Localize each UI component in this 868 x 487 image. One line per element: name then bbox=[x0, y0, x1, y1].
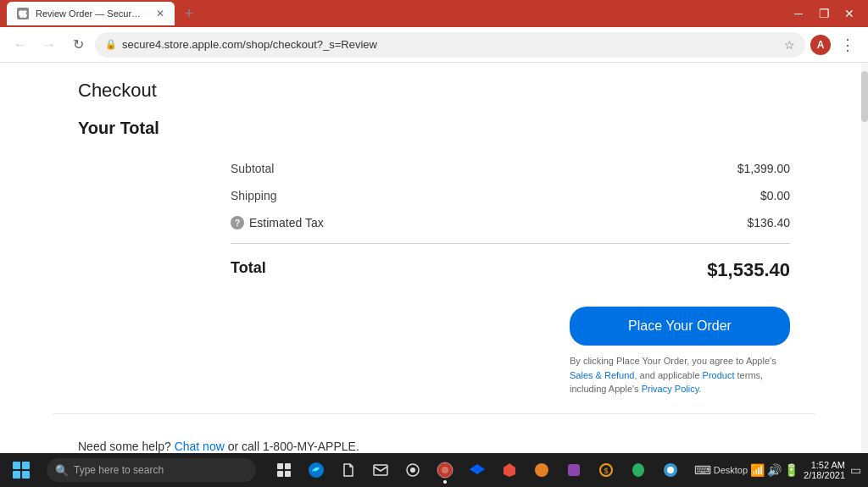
taskbar-app8-button[interactable]: $ bbox=[591, 455, 621, 485]
forward-button[interactable]: → bbox=[37, 33, 61, 57]
scrollbar-thumb[interactable] bbox=[861, 71, 868, 122]
edge-icon bbox=[308, 462, 325, 479]
tab-favicon bbox=[17, 8, 29, 19]
taskbar-right: ⌨ Desktop 📶 🔊 🔋 1:52 AM 2/18/2021 ▭ bbox=[694, 460, 868, 480]
subtotal-amount: $1,399.00 bbox=[737, 162, 790, 175]
refresh-button[interactable]: ↻ bbox=[66, 33, 90, 57]
taskbar-dropbox-button[interactable] bbox=[462, 455, 492, 485]
win-quad-4 bbox=[22, 471, 30, 479]
dropbox-icon bbox=[470, 462, 485, 478]
order-summary: Subtotal $1,399.00 Shipping $0.00 ? Esti… bbox=[231, 155, 790, 396]
svg-point-11 bbox=[535, 463, 548, 477]
taskbar-search-placeholder: Type here to search bbox=[74, 464, 164, 476]
svg-rect-0 bbox=[277, 463, 283, 469]
browser-menu-button[interactable]: ⋮ bbox=[836, 33, 860, 57]
taskbar-search-icon: 🔍 bbox=[55, 464, 69, 477]
scrollbar[interactable] bbox=[861, 63, 868, 487]
system-clock[interactable]: 1:52 AM 2/18/2021 bbox=[804, 460, 845, 480]
title-bar-left: Review Order — Secure Checko... ✕ + bbox=[7, 2, 787, 25]
taskbar-app10-button[interactable] bbox=[655, 455, 686, 485]
browser-icon bbox=[437, 462, 453, 479]
desktop-label: Desktop bbox=[714, 465, 748, 475]
product-link[interactable]: Product bbox=[703, 370, 735, 380]
active-indicator bbox=[443, 480, 447, 484]
svg-text:$: $ bbox=[604, 467, 608, 475]
tray-keyboard-icon[interactable]: ⌨ bbox=[694, 463, 711, 477]
taskbar-multitask-button[interactable] bbox=[269, 455, 299, 485]
win-quad-2 bbox=[22, 462, 30, 469]
win-quad-1 bbox=[13, 462, 20, 469]
nav-bar: ← → ↻ 🔒 secure4.store.apple.com/shop/che… bbox=[0, 27, 868, 63]
taskbar-browser-button[interactable] bbox=[430, 455, 460, 485]
legal-text-end: . bbox=[698, 384, 701, 394]
shipping-amount: $0.00 bbox=[760, 189, 790, 202]
estimated-tax-amount: $136.40 bbox=[747, 216, 790, 230]
taskbar-mail-button[interactable] bbox=[365, 455, 396, 485]
show-desktop-button[interactable]: ▭ bbox=[850, 463, 861, 477]
app10-icon bbox=[663, 462, 678, 478]
shipping-label: Shipping bbox=[231, 189, 277, 202]
taskbar-app5-button[interactable] bbox=[494, 455, 525, 485]
tray-battery-icon[interactable]: 🔋 bbox=[784, 463, 798, 477]
total-row: Total $1,535.40 bbox=[231, 251, 790, 290]
close-button[interactable]: ✕ bbox=[837, 2, 861, 25]
info-icon[interactable]: ? bbox=[231, 216, 244, 230]
taskbar-edge-button[interactable] bbox=[301, 455, 331, 485]
taskbar-app9-button[interactable] bbox=[623, 455, 654, 485]
clock-date: 2/18/2021 bbox=[804, 470, 845, 480]
address-bar[interactable]: 🔒 secure4.store.apple.com/shop/checkout?… bbox=[95, 32, 805, 58]
tab-close-button[interactable]: ✕ bbox=[156, 8, 164, 19]
tray-wifi-icon[interactable]: 📶 bbox=[750, 463, 765, 477]
mail-icon bbox=[373, 462, 388, 478]
taskbar-app6-button[interactable] bbox=[526, 455, 557, 485]
app6-icon bbox=[534, 462, 549, 478]
taskbar-file-button[interactable] bbox=[333, 455, 364, 485]
maximize-button[interactable]: ❐ bbox=[812, 2, 836, 25]
taskbar: 🔍 Type here to search bbox=[0, 453, 868, 487]
start-button[interactable] bbox=[0, 453, 42, 487]
taskbar-center: $ bbox=[269, 455, 686, 485]
window-controls: ─ ❐ ✕ bbox=[787, 2, 861, 25]
subtotal-row: Subtotal $1,399.00 bbox=[231, 155, 790, 182]
windows-icon bbox=[13, 462, 30, 479]
svg-rect-12 bbox=[568, 464, 580, 476]
shipping-row: Shipping $0.00 bbox=[231, 182, 790, 209]
legal-text: By clicking Place Your Order, you agree … bbox=[570, 354, 790, 396]
app5-icon bbox=[502, 462, 517, 478]
privacy-policy-link[interactable]: Privacy Policy bbox=[642, 384, 699, 394]
svg-rect-1 bbox=[285, 463, 291, 469]
svg-marker-10 bbox=[504, 463, 515, 477]
total-label: Total bbox=[231, 259, 266, 281]
multitask-icon bbox=[276, 462, 292, 478]
divider bbox=[231, 243, 790, 244]
place-order-button[interactable]: Place Your Order bbox=[570, 307, 790, 346]
chat-now-link[interactable]: Chat now bbox=[175, 440, 225, 453]
checkout-container: Checkout Your Total Subtotal $1,399.00 S… bbox=[53, 63, 815, 413]
svg-rect-5 bbox=[374, 465, 387, 475]
photos-icon bbox=[405, 462, 420, 478]
sales-refund-link[interactable]: Sales & Refund bbox=[570, 370, 634, 380]
file-icon bbox=[341, 462, 356, 478]
bookmark-icon[interactable]: ☆ bbox=[784, 38, 795, 52]
system-tray: ⌨ Desktop 📶 🔊 🔋 bbox=[694, 463, 798, 477]
minimize-button[interactable]: ─ bbox=[787, 2, 810, 25]
checkout-title: Checkout bbox=[78, 80, 790, 102]
page-content-wrapper: Checkout Your Total Subtotal $1,399.00 S… bbox=[0, 63, 868, 487]
taskbar-app7-button[interactable] bbox=[559, 455, 589, 485]
svg-point-7 bbox=[410, 468, 415, 473]
tray-sound-icon[interactable]: 🔊 bbox=[767, 463, 782, 477]
lock-icon: 🔒 bbox=[105, 39, 117, 50]
app7-icon bbox=[566, 462, 581, 478]
taskbar-photos-button[interactable] bbox=[398, 455, 428, 485]
browser-chrome: Review Order — Secure Checko... ✕ + ─ ❐ … bbox=[0, 0, 868, 63]
profile-icon[interactable]: A bbox=[810, 35, 831, 55]
help-text-before: Need some help? bbox=[78, 440, 175, 453]
back-button[interactable]: ← bbox=[8, 33, 32, 57]
title-bar: Review Order — Secure Checko... ✕ + ─ ❐ … bbox=[0, 0, 868, 27]
browser-tab[interactable]: Review Order — Secure Checko... ✕ bbox=[7, 2, 175, 25]
estimated-tax-row: ? Estimated Tax $136.40 bbox=[231, 209, 790, 236]
tab-title: Review Order — Secure Checko... bbox=[36, 8, 146, 19]
new-tab-button[interactable]: + bbox=[178, 3, 200, 25]
svg-rect-3 bbox=[285, 471, 291, 477]
taskbar-search-box[interactable]: 🔍 Type here to search bbox=[47, 458, 256, 482]
